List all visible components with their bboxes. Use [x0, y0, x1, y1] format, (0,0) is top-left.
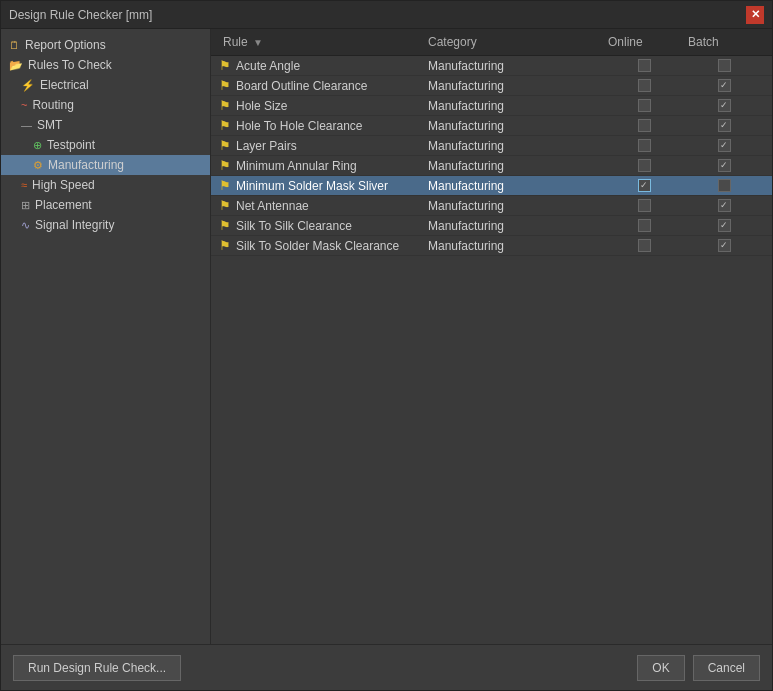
rule-icon-0: ⚑: [219, 58, 231, 73]
sidebar-item-placement[interactable]: ⊞Placement: [1, 195, 210, 215]
category-cell-2: Manufacturing: [424, 99, 604, 113]
col-rule: Rule ▼: [219, 33, 424, 51]
rule-name-7: Net Antennae: [236, 199, 309, 213]
sidebar-label-routing: Routing: [32, 98, 73, 112]
sidebar-item-high-speed[interactable]: ≈High Speed: [1, 175, 210, 195]
online-cell-1: [604, 79, 684, 92]
sidebar-label-electrical: Electrical: [40, 78, 89, 92]
table-row[interactable]: ⚑Layer PairsManufacturing: [211, 136, 772, 156]
batch-cell-1: [684, 79, 764, 92]
rule-cell-8: ⚑Silk To Silk Clearance: [219, 218, 424, 233]
table-row[interactable]: ⚑Board Outline ClearanceManufacturing: [211, 76, 772, 96]
sort-icon: ▼: [253, 37, 263, 48]
rule-cell-6: ⚑Minimum Solder Mask Sliver: [219, 178, 424, 193]
online-checkbox-7[interactable]: [638, 199, 651, 212]
sidebar-label-signal-integrity: Signal Integrity: [35, 218, 114, 232]
sidebar-label-manufacturing: Manufacturing: [48, 158, 124, 172]
online-cell-9: [604, 239, 684, 252]
batch-checkbox-9[interactable]: [718, 239, 731, 252]
online-checkbox-9[interactable]: [638, 239, 651, 252]
content-area: 🗒Report Options📂Rules To Check⚡Electrica…: [1, 29, 772, 644]
online-cell-6: [604, 179, 684, 192]
sidebar-item-signal-integrity[interactable]: ∿Signal Integrity: [1, 215, 210, 235]
batch-checkbox-3[interactable]: [718, 119, 731, 132]
rule-icon-9: ⚑: [219, 238, 231, 253]
batch-checkbox-8[interactable]: [718, 219, 731, 232]
table-row[interactable]: ⚑Acute AngleManufacturing: [211, 56, 772, 76]
sidebar-item-routing[interactable]: ~Routing: [1, 95, 210, 115]
online-checkbox-4[interactable]: [638, 139, 651, 152]
sidebar: 🗒Report Options📂Rules To Check⚡Electrica…: [1, 29, 211, 644]
table-row[interactable]: ⚑Silk To Silk ClearanceManufacturing: [211, 216, 772, 236]
signal-integrity-icon: ∿: [21, 219, 30, 232]
online-checkbox-3[interactable]: [638, 119, 651, 132]
rule-icon-4: ⚑: [219, 138, 231, 153]
sidebar-item-rules-to-check[interactable]: 📂Rules To Check: [1, 55, 210, 75]
table-row[interactable]: ⚑Silk To Solder Mask ClearanceManufactur…: [211, 236, 772, 256]
table-row[interactable]: ⚑Minimum Annular RingManufacturing: [211, 156, 772, 176]
table-body: ⚑Acute AngleManufacturing⚑Board Outline …: [211, 56, 772, 644]
rule-name-4: Layer Pairs: [236, 139, 297, 153]
batch-checkbox-7[interactable]: [718, 199, 731, 212]
footer-right-buttons: OK Cancel: [637, 655, 760, 681]
cancel-button[interactable]: Cancel: [693, 655, 760, 681]
high-speed-icon: ≈: [21, 179, 27, 191]
online-checkbox-8[interactable]: [638, 219, 651, 232]
sidebar-item-smt[interactable]: —SMT: [1, 115, 210, 135]
table-header: Rule ▼ Category Online Batch: [211, 29, 772, 56]
report-options-icon: 🗒: [9, 39, 20, 51]
placement-icon: ⊞: [21, 199, 30, 212]
testpoint-icon: ⊕: [33, 139, 42, 152]
online-checkbox-6[interactable]: [638, 179, 651, 192]
table-row[interactable]: ⚑Net AntennaeManufacturing: [211, 196, 772, 216]
rule-cell-2: ⚑Hole Size: [219, 98, 424, 113]
category-cell-3: Manufacturing: [424, 119, 604, 133]
batch-checkbox-4[interactable]: [718, 139, 731, 152]
category-cell-7: Manufacturing: [424, 199, 604, 213]
category-cell-8: Manufacturing: [424, 219, 604, 233]
category-cell-9: Manufacturing: [424, 239, 604, 253]
rule-cell-4: ⚑Layer Pairs: [219, 138, 424, 153]
rule-icon-3: ⚑: [219, 118, 231, 133]
online-cell-7: [604, 199, 684, 212]
rules-to-check-icon: 📂: [9, 59, 23, 72]
online-checkbox-2[interactable]: [638, 99, 651, 112]
rule-cell-3: ⚑Hole To Hole Clearance: [219, 118, 424, 133]
rule-icon-7: ⚑: [219, 198, 231, 213]
category-cell-1: Manufacturing: [424, 79, 604, 93]
run-drc-button[interactable]: Run Design Rule Check...: [13, 655, 181, 681]
batch-checkbox-1[interactable]: [718, 79, 731, 92]
col-online: Online: [604, 33, 684, 51]
rule-cell-5: ⚑Minimum Annular Ring: [219, 158, 424, 173]
rule-name-8: Silk To Silk Clearance: [236, 219, 352, 233]
batch-checkbox-2[interactable]: [718, 99, 731, 112]
batch-checkbox-0[interactable]: [718, 59, 731, 72]
online-cell-5: [604, 159, 684, 172]
sidebar-item-electrical[interactable]: ⚡Electrical: [1, 75, 210, 95]
table-row[interactable]: ⚑Minimum Solder Mask SliverManufacturing: [211, 176, 772, 196]
online-cell-2: [604, 99, 684, 112]
category-cell-6: Manufacturing: [424, 179, 604, 193]
online-checkbox-0[interactable]: [638, 59, 651, 72]
sidebar-item-manufacturing[interactable]: ⚙Manufacturing: [1, 155, 210, 175]
online-checkbox-1[interactable]: [638, 79, 651, 92]
footer: Run Design Rule Check... OK Cancel: [1, 644, 772, 690]
dialog-title: Design Rule Checker [mm]: [9, 8, 152, 22]
close-button[interactable]: ✕: [746, 6, 764, 24]
category-cell-4: Manufacturing: [424, 139, 604, 153]
online-checkbox-5[interactable]: [638, 159, 651, 172]
batch-checkbox-5[interactable]: [718, 159, 731, 172]
rule-icon-2: ⚑: [219, 98, 231, 113]
rule-icon-8: ⚑: [219, 218, 231, 233]
batch-checkbox-6[interactable]: [718, 179, 731, 192]
table-row[interactable]: ⚑Hole To Hole ClearanceManufacturing: [211, 116, 772, 136]
batch-cell-4: [684, 139, 764, 152]
batch-cell-8: [684, 219, 764, 232]
electrical-icon: ⚡: [21, 79, 35, 92]
sidebar-item-report-options[interactable]: 🗒Report Options: [1, 35, 210, 55]
table-row[interactable]: ⚑Hole SizeManufacturing: [211, 96, 772, 116]
batch-cell-5: [684, 159, 764, 172]
ok-button[interactable]: OK: [637, 655, 684, 681]
sidebar-label-placement: Placement: [35, 198, 92, 212]
sidebar-item-testpoint[interactable]: ⊕Testpoint: [1, 135, 210, 155]
